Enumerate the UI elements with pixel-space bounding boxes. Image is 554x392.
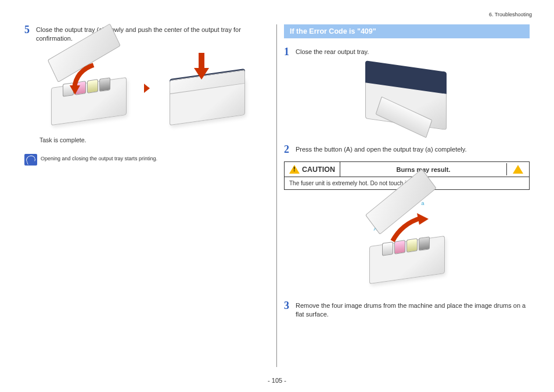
- caution-label: CAUTION: [302, 166, 335, 174]
- memo-icon: [24, 154, 37, 166]
- figure-step2: a A: [284, 200, 530, 287]
- memo-text: Opening and closing the output tray star…: [41, 154, 157, 161]
- caution-header-row: CAUTION Burns may result.: [285, 162, 529, 177]
- hot-surface-icon: [513, 165, 523, 174]
- printer-closed-illustration: [157, 51, 256, 126]
- step-text: Remove the four image drums from the mac…: [296, 300, 530, 319]
- step-2: 2 Press the button (A) and open the outp…: [284, 144, 530, 154]
- right-column: If the Error Code is "409" 1 Close the r…: [277, 24, 537, 367]
- step-text: Close the rear output tray.: [296, 46, 369, 56]
- printer-open-fully-illustration: a A: [352, 200, 462, 287]
- printer-rear-illustration: [355, 62, 459, 131]
- step-number: 2: [284, 144, 296, 154]
- step-number: 1: [284, 46, 296, 57]
- caution-label-cell: CAUTION: [285, 162, 340, 177]
- step-5: 5 Close the output tray (a) slowly and p…: [24, 24, 269, 44]
- step-3: 3 Remove the four image drums from the m…: [284, 300, 530, 319]
- printer-open-illustration: a: [38, 51, 137, 126]
- svg-rect-1: [199, 53, 204, 69]
- task-complete-text: Task is complete.: [39, 136, 269, 143]
- caution-hot-icon-cell: [506, 163, 529, 175]
- step-number: 5: [24, 24, 36, 35]
- callout-label-a: a: [422, 200, 425, 206]
- page-header-section: 6. Troubleshooting: [489, 12, 532, 17]
- step-text: Close the output tray (a) slowly and pus…: [36, 24, 269, 44]
- step-text: Press the button (A) and open the output…: [296, 144, 467, 154]
- figure-step1: [284, 62, 530, 131]
- warning-triangle-icon: [289, 165, 300, 174]
- step-1: 1 Close the rear output tray.: [284, 46, 530, 57]
- page-number: - 105 -: [0, 377, 554, 384]
- section-header-409: If the Error Code is "409": [284, 24, 530, 38]
- page-columns: 5 Close the output tray (a) slowly and p…: [17, 24, 537, 367]
- memo-row: Opening and closing the output tray star…: [24, 154, 269, 166]
- svg-marker-3: [417, 213, 429, 225]
- sequence-arrow-icon: [144, 84, 150, 93]
- left-column: 5 Close the output tray (a) slowly and p…: [17, 24, 277, 367]
- step-number: 3: [284, 300, 296, 311]
- figure-step5: a: [24, 51, 269, 126]
